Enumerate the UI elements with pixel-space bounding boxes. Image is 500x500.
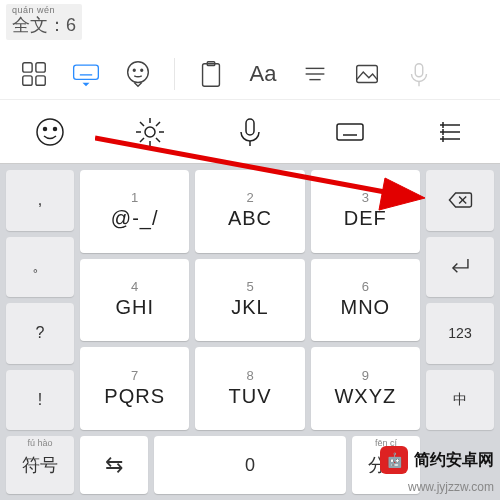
left-punct-column: , 。 ? ! bbox=[6, 170, 74, 430]
punct-period[interactable]: 。 bbox=[6, 237, 74, 298]
candidate-text: 全文：6 bbox=[12, 16, 76, 36]
key-3-def[interactable]: 3DEF bbox=[311, 170, 420, 253]
keyboard-icon[interactable] bbox=[60, 54, 112, 94]
clipboard-icon[interactable] bbox=[185, 54, 237, 94]
key-6-mno[interactable]: 6MNO bbox=[311, 259, 420, 342]
svg-point-21 bbox=[44, 127, 47, 130]
svg-rect-24 bbox=[246, 119, 254, 135]
apps-icon[interactable] bbox=[8, 54, 60, 94]
candidate-bar: quán wén 全文：6 bbox=[0, 0, 500, 48]
android-logo-icon: 🤖 bbox=[380, 446, 408, 474]
key-1[interactable]: 1@-_/ bbox=[80, 170, 189, 253]
swap-key[interactable]: ⇆ bbox=[80, 436, 148, 494]
mic-gray-icon[interactable] bbox=[393, 54, 445, 94]
svg-rect-4 bbox=[74, 65, 99, 79]
candidate-chip[interactable]: quán wén 全文：6 bbox=[6, 4, 82, 40]
watermark-url: www.jyjzzw.com bbox=[408, 480, 494, 494]
svg-point-10 bbox=[133, 69, 135, 71]
key-4-ghi[interactable]: 4GHI bbox=[80, 259, 189, 342]
svg-rect-2 bbox=[23, 75, 32, 84]
svg-rect-3 bbox=[36, 75, 45, 84]
font-icon[interactable]: Aa bbox=[237, 54, 289, 94]
keyboard-small-icon[interactable] bbox=[300, 100, 400, 163]
gear-icon[interactable] bbox=[100, 100, 200, 163]
toolbar: Aa bbox=[0, 48, 500, 100]
menu-lines-icon[interactable] bbox=[400, 100, 500, 163]
emoji-alt-icon[interactable] bbox=[112, 54, 164, 94]
enter-key[interactable] bbox=[426, 237, 494, 298]
svg-point-20 bbox=[37, 119, 63, 145]
emoji-icon[interactable] bbox=[0, 100, 100, 163]
svg-point-22 bbox=[54, 127, 57, 130]
function-row bbox=[0, 100, 500, 164]
svg-rect-12 bbox=[203, 63, 220, 86]
ad-brand: 简约安卓网 bbox=[414, 450, 494, 471]
cn-mode-key[interactable]: 中 bbox=[426, 370, 494, 431]
keypad-center: 1@-_/ 2ABC 3DEF 4GHI 5JKL 6MNO 7PQRS 8TU… bbox=[80, 170, 420, 430]
align-icon[interactable] bbox=[289, 54, 341, 94]
svg-rect-1 bbox=[36, 62, 45, 71]
font-label: Aa bbox=[250, 61, 277, 87]
toolbar-separator bbox=[174, 58, 175, 90]
image-icon[interactable] bbox=[341, 54, 393, 94]
svg-point-23 bbox=[145, 127, 155, 137]
mic-icon[interactable] bbox=[200, 100, 300, 163]
right-column: 123 中 bbox=[426, 170, 494, 430]
backspace-key[interactable] bbox=[426, 170, 494, 231]
symbol-key[interactable]: fú hào 符号 bbox=[6, 436, 74, 494]
punct-question[interactable]: ? bbox=[6, 303, 74, 364]
key-2-abc[interactable]: 2ABC bbox=[195, 170, 304, 253]
key-7-pqrs[interactable]: 7PQRS bbox=[80, 347, 189, 430]
svg-rect-0 bbox=[23, 62, 32, 71]
num-mode-key[interactable]: 123 bbox=[426, 303, 494, 364]
key-8-tuv[interactable]: 8TUV bbox=[195, 347, 304, 430]
key-9-wxyz[interactable]: 9WXYZ bbox=[311, 347, 420, 430]
key-5-jkl[interactable]: 5JKL bbox=[195, 259, 304, 342]
svg-rect-17 bbox=[357, 65, 378, 82]
svg-point-9 bbox=[128, 61, 149, 82]
svg-rect-18 bbox=[415, 63, 423, 76]
svg-rect-26 bbox=[337, 124, 363, 140]
keyboard-area: , 。 ? ! 1@-_/ 2ABC 3DEF 4GHI 5JKL 6MNO 7… bbox=[0, 164, 500, 436]
punct-comma[interactable]: , bbox=[6, 170, 74, 231]
svg-point-11 bbox=[141, 69, 143, 71]
key-0[interactable]: 0 bbox=[154, 436, 346, 494]
punct-exclaim[interactable]: ! bbox=[6, 370, 74, 431]
ad-overlay: 🤖 简约安卓网 bbox=[380, 446, 494, 474]
